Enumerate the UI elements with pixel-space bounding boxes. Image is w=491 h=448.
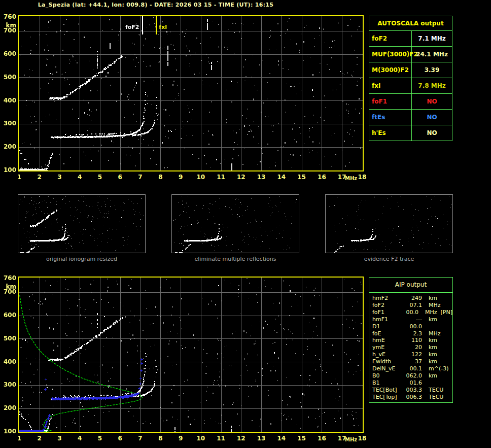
y-axis-unit-label: km (1, 284, 16, 290)
parameter-value: 00.0 (402, 309, 418, 316)
x-tick-label: 4 (74, 435, 85, 442)
autoscala-table-row: M(3000)F23.39 (369, 62, 452, 78)
parameter-label: B0 (372, 372, 404, 380)
parameter-value: 3.39 (412, 62, 452, 78)
thumbnail-evidence-f2 (325, 194, 453, 253)
x-tick-label: 7 (135, 435, 146, 442)
parameter-value: 20 (404, 344, 422, 351)
y-tick-label: 760 (1, 275, 16, 282)
x-tick-label: 13 (256, 174, 267, 181)
aip-table-header: AIP output (369, 278, 452, 293)
thumbnail-caption-evidence: evidence F2 trace (325, 256, 453, 262)
parameter-unit: km (422, 344, 437, 351)
x-tick-label: 11 (216, 174, 227, 181)
y-tick-label: 500 (1, 335, 16, 342)
parameter-value: 24.1 MHz (412, 47, 452, 62)
x-tick-label: 10 (195, 435, 206, 442)
aip-table-row: B0062.0km (372, 372, 452, 380)
parameter-label: h_vE (372, 351, 404, 358)
parameter-unit: km (422, 372, 437, 380)
parameter-label: DelN_vE (372, 365, 404, 372)
x-tick-label: 7 (135, 174, 146, 181)
parameter-value: 00.1 (404, 365, 422, 372)
ionogram-top-canvas (19, 16, 363, 170)
y-tick-label: 300 (1, 120, 16, 127)
thumbnail-eliminate-canvas (172, 195, 299, 253)
parameter-label: D1 (372, 323, 404, 330)
x-tick-label: 3 (54, 174, 65, 181)
y-tick-label: 200 (1, 144, 16, 150)
y-tick-label: 600 (1, 312, 16, 319)
parameter-value: 01.6 (404, 380, 422, 387)
x-tick-label: 18 (357, 174, 368, 181)
y-tick-label: 300 (1, 382, 16, 388)
parameter-label: Ewidth (372, 358, 404, 365)
aip-table-row: ymE20km (372, 344, 452, 351)
aip-table-row: foF207.1MHz (372, 302, 452, 309)
parameter-label: foF2 (372, 302, 404, 309)
x-tick-label: 13 (256, 435, 267, 442)
x-tick-label: 6 (115, 174, 126, 181)
x-tick-label: 15 (296, 435, 307, 442)
y-tick-label: 100 (1, 428, 16, 435)
parameter-label: foE (372, 330, 404, 337)
autoscala-table-row: foF27.1 MHz (369, 31, 452, 47)
parameter-label: ftEs (369, 110, 412, 125)
ionogram-bottom-canvas (19, 278, 363, 432)
parameter-value: 110 (404, 337, 422, 344)
parameter-value: 249 (404, 295, 422, 302)
x-tick-label: 3 (54, 435, 65, 442)
x-tick-label: 5 (94, 174, 106, 181)
x-tick-label: 6 (115, 435, 126, 442)
x-tick-label: 5 (94, 435, 106, 442)
parameter-label: foF1 (369, 94, 412, 109)
thumbnail-caption-original: original ionogram resized (18, 256, 146, 262)
parameter-unit: km (422, 358, 437, 365)
aip-table-row: Ewidth37km (372, 358, 452, 365)
parameter-label: h'Es (369, 125, 412, 141)
x-tick-label: 15 (296, 174, 307, 181)
parameter-value: NO (412, 110, 452, 125)
y-tick-label: 200 (1, 405, 16, 411)
parameter-unit: MHz (422, 302, 441, 309)
aip-table-row: hmE110km (372, 337, 452, 344)
parameter-label: M(3000)F2 (369, 62, 412, 78)
parameter-value: 37 (404, 358, 422, 365)
parameter-value: 122 (404, 351, 422, 358)
parameter-unit: MHz [PN] (418, 309, 452, 316)
thumbnail-evidence-canvas (326, 195, 452, 253)
thumbnail-caption-eliminate: eliminate multiple reflections (171, 256, 299, 262)
x-tick-label: 12 (235, 435, 247, 442)
parameter-value: 00.0 (404, 323, 422, 330)
parameter-value: --- (404, 316, 422, 323)
x-tick-label: 12 (235, 174, 247, 181)
aip-table-row: h_vE122km (372, 351, 452, 358)
thumbnail-eliminate-reflections (171, 194, 299, 253)
parameter-unit: km (422, 295, 437, 302)
fxI-marker-line (156, 16, 157, 35)
x-tick-label: 14 (276, 174, 287, 181)
y-tick-label: 400 (1, 359, 16, 365)
x-tick-label: 1 (14, 435, 25, 442)
aip-table-row: foE2.3MHz (372, 330, 452, 337)
x-tick-label: 16 (316, 174, 327, 181)
autoscala-table-row: ftEsNO (369, 110, 452, 125)
autoscala-table: AUTOSCALA output foF27.1 MHzMUF(3000)F22… (369, 16, 452, 141)
foF2-annotation-label: foF2 (124, 24, 139, 30)
x-tick-label: 4 (74, 174, 85, 181)
x-tick-label: 9 (175, 435, 186, 442)
parameter-unit: km (422, 316, 437, 323)
x-tick-label: 1 (14, 174, 25, 181)
x-tick-label: 8 (155, 435, 166, 442)
y-tick-label: 500 (1, 74, 16, 81)
fxI-annotation-label: fxI (159, 24, 167, 30)
x-tick-label: 8 (155, 174, 166, 181)
x-tick-label: 14 (276, 435, 287, 442)
aip-table-row: TEC[Bot]003.3TECU (372, 387, 452, 394)
y-tick-label: 600 (1, 51, 16, 57)
aip-table-row: D100.0 (372, 323, 452, 330)
autoscala-table-row: MUF(3000)F224.1 MHz (369, 47, 452, 62)
x-tick-label: 16 (316, 435, 327, 442)
parameter-value: 006.3 (404, 394, 422, 401)
thumbnail-original-ionogram (18, 194, 146, 253)
